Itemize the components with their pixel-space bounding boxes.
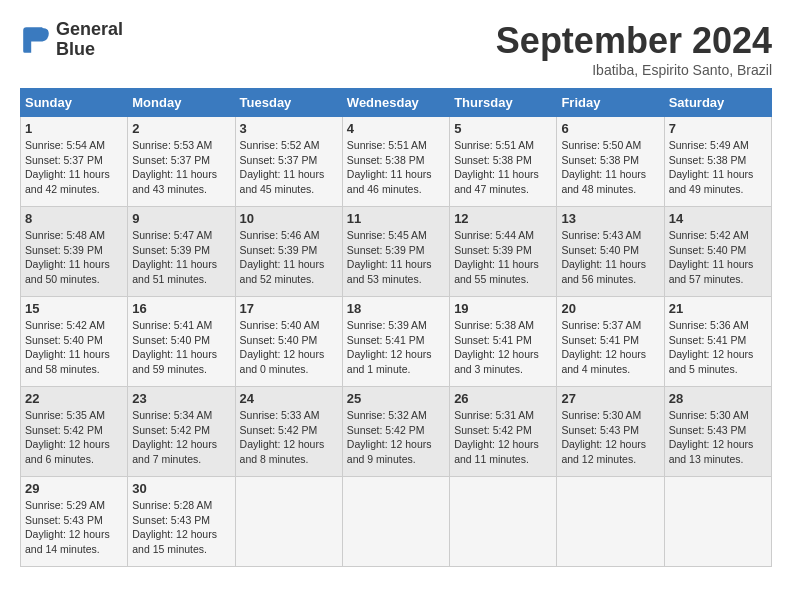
calendar-cell: 23Sunrise: 5:34 AMSunset: 5:42 PMDayligh… — [128, 387, 235, 477]
day-detail: Sunrise: 5:30 AMSunset: 5:43 PMDaylight:… — [669, 408, 767, 467]
day-number: 27 — [561, 391, 659, 406]
calendar-cell: 9Sunrise: 5:47 AMSunset: 5:39 PMDaylight… — [128, 207, 235, 297]
calendar-cell: 10Sunrise: 5:46 AMSunset: 5:39 PMDayligh… — [235, 207, 342, 297]
calendar-cell: 16Sunrise: 5:41 AMSunset: 5:40 PMDayligh… — [128, 297, 235, 387]
day-detail: Sunrise: 5:35 AMSunset: 5:42 PMDaylight:… — [25, 408, 123, 467]
day-detail: Sunrise: 5:51 AMSunset: 5:38 PMDaylight:… — [347, 138, 445, 197]
day-number: 6 — [561, 121, 659, 136]
calendar-cell — [450, 477, 557, 567]
day-number: 30 — [132, 481, 230, 496]
calendar-cell: 11Sunrise: 5:45 AMSunset: 5:39 PMDayligh… — [342, 207, 449, 297]
calendar-week-row: 1Sunrise: 5:54 AMSunset: 5:37 PMDaylight… — [21, 117, 772, 207]
day-number: 24 — [240, 391, 338, 406]
day-detail: Sunrise: 5:52 AMSunset: 5:37 PMDaylight:… — [240, 138, 338, 197]
day-number: 20 — [561, 301, 659, 316]
calendar-cell: 28Sunrise: 5:30 AMSunset: 5:43 PMDayligh… — [664, 387, 771, 477]
day-detail: Sunrise: 5:42 AMSunset: 5:40 PMDaylight:… — [669, 228, 767, 287]
calendar-cell — [342, 477, 449, 567]
calendar-cell: 22Sunrise: 5:35 AMSunset: 5:42 PMDayligh… — [21, 387, 128, 477]
day-number: 15 — [25, 301, 123, 316]
calendar-cell — [235, 477, 342, 567]
day-number: 16 — [132, 301, 230, 316]
day-detail: Sunrise: 5:36 AMSunset: 5:41 PMDaylight:… — [669, 318, 767, 377]
day-detail: Sunrise: 5:33 AMSunset: 5:42 PMDaylight:… — [240, 408, 338, 467]
calendar-cell: 30Sunrise: 5:28 AMSunset: 5:43 PMDayligh… — [128, 477, 235, 567]
calendar-cell — [557, 477, 664, 567]
calendar-week-row: 22Sunrise: 5:35 AMSunset: 5:42 PMDayligh… — [21, 387, 772, 477]
day-detail: Sunrise: 5:43 AMSunset: 5:40 PMDaylight:… — [561, 228, 659, 287]
day-number: 22 — [25, 391, 123, 406]
calendar-cell: 4Sunrise: 5:51 AMSunset: 5:38 PMDaylight… — [342, 117, 449, 207]
calendar-cell: 6Sunrise: 5:50 AMSunset: 5:38 PMDaylight… — [557, 117, 664, 207]
calendar-cell: 5Sunrise: 5:51 AMSunset: 5:38 PMDaylight… — [450, 117, 557, 207]
day-detail: Sunrise: 5:45 AMSunset: 5:39 PMDaylight:… — [347, 228, 445, 287]
calendar-cell: 21Sunrise: 5:36 AMSunset: 5:41 PMDayligh… — [664, 297, 771, 387]
day-number: 23 — [132, 391, 230, 406]
logo: General Blue — [20, 20, 123, 60]
day-number: 17 — [240, 301, 338, 316]
day-number: 9 — [132, 211, 230, 226]
month-title: September 2024 — [496, 20, 772, 62]
calendar-header-row: SundayMondayTuesdayWednesdayThursdayFrid… — [21, 89, 772, 117]
day-detail: Sunrise: 5:28 AMSunset: 5:43 PMDaylight:… — [132, 498, 230, 557]
calendar-cell: 24Sunrise: 5:33 AMSunset: 5:42 PMDayligh… — [235, 387, 342, 477]
day-number: 3 — [240, 121, 338, 136]
day-detail: Sunrise: 5:48 AMSunset: 5:39 PMDaylight:… — [25, 228, 123, 287]
calendar-cell: 27Sunrise: 5:30 AMSunset: 5:43 PMDayligh… — [557, 387, 664, 477]
calendar-cell: 13Sunrise: 5:43 AMSunset: 5:40 PMDayligh… — [557, 207, 664, 297]
day-detail: Sunrise: 5:31 AMSunset: 5:42 PMDaylight:… — [454, 408, 552, 467]
day-number: 1 — [25, 121, 123, 136]
day-detail: Sunrise: 5:34 AMSunset: 5:42 PMDaylight:… — [132, 408, 230, 467]
day-number: 11 — [347, 211, 445, 226]
day-detail: Sunrise: 5:42 AMSunset: 5:40 PMDaylight:… — [25, 318, 123, 377]
weekday-header: Tuesday — [235, 89, 342, 117]
calendar-week-row: 8Sunrise: 5:48 AMSunset: 5:39 PMDaylight… — [21, 207, 772, 297]
day-detail: Sunrise: 5:50 AMSunset: 5:38 PMDaylight:… — [561, 138, 659, 197]
day-detail: Sunrise: 5:30 AMSunset: 5:43 PMDaylight:… — [561, 408, 659, 467]
calendar-cell: 3Sunrise: 5:52 AMSunset: 5:37 PMDaylight… — [235, 117, 342, 207]
day-detail: Sunrise: 5:41 AMSunset: 5:40 PMDaylight:… — [132, 318, 230, 377]
day-detail: Sunrise: 5:51 AMSunset: 5:38 PMDaylight:… — [454, 138, 552, 197]
weekday-header: Thursday — [450, 89, 557, 117]
day-number: 12 — [454, 211, 552, 226]
day-detail: Sunrise: 5:29 AMSunset: 5:43 PMDaylight:… — [25, 498, 123, 557]
day-number: 8 — [25, 211, 123, 226]
day-number: 26 — [454, 391, 552, 406]
calendar-week-row: 29Sunrise: 5:29 AMSunset: 5:43 PMDayligh… — [21, 477, 772, 567]
location: Ibatiba, Espirito Santo, Brazil — [496, 62, 772, 78]
day-number: 21 — [669, 301, 767, 316]
calendar-cell: 26Sunrise: 5:31 AMSunset: 5:42 PMDayligh… — [450, 387, 557, 477]
day-number: 29 — [25, 481, 123, 496]
calendar-week-row: 15Sunrise: 5:42 AMSunset: 5:40 PMDayligh… — [21, 297, 772, 387]
calendar-cell: 1Sunrise: 5:54 AMSunset: 5:37 PMDaylight… — [21, 117, 128, 207]
calendar-cell: 19Sunrise: 5:38 AMSunset: 5:41 PMDayligh… — [450, 297, 557, 387]
logo-icon — [20, 24, 52, 56]
weekday-header: Sunday — [21, 89, 128, 117]
weekday-header: Friday — [557, 89, 664, 117]
day-detail: Sunrise: 5:53 AMSunset: 5:37 PMDaylight:… — [132, 138, 230, 197]
day-number: 14 — [669, 211, 767, 226]
calendar-cell: 12Sunrise: 5:44 AMSunset: 5:39 PMDayligh… — [450, 207, 557, 297]
logo-line1: General — [56, 20, 123, 40]
calendar-cell: 17Sunrise: 5:40 AMSunset: 5:40 PMDayligh… — [235, 297, 342, 387]
day-detail: Sunrise: 5:32 AMSunset: 5:42 PMDaylight:… — [347, 408, 445, 467]
day-number: 13 — [561, 211, 659, 226]
day-detail: Sunrise: 5:49 AMSunset: 5:38 PMDaylight:… — [669, 138, 767, 197]
day-detail: Sunrise: 5:44 AMSunset: 5:39 PMDaylight:… — [454, 228, 552, 287]
day-number: 4 — [347, 121, 445, 136]
calendar-cell: 2Sunrise: 5:53 AMSunset: 5:37 PMDaylight… — [128, 117, 235, 207]
weekday-header: Saturday — [664, 89, 771, 117]
calendar-cell: 7Sunrise: 5:49 AMSunset: 5:38 PMDaylight… — [664, 117, 771, 207]
calendar-cell: 18Sunrise: 5:39 AMSunset: 5:41 PMDayligh… — [342, 297, 449, 387]
logo-line2: Blue — [56, 40, 123, 60]
calendar-table: SundayMondayTuesdayWednesdayThursdayFrid… — [20, 88, 772, 567]
day-detail: Sunrise: 5:46 AMSunset: 5:39 PMDaylight:… — [240, 228, 338, 287]
calendar-cell: 20Sunrise: 5:37 AMSunset: 5:41 PMDayligh… — [557, 297, 664, 387]
calendar-cell: 25Sunrise: 5:32 AMSunset: 5:42 PMDayligh… — [342, 387, 449, 477]
day-number: 25 — [347, 391, 445, 406]
day-detail: Sunrise: 5:54 AMSunset: 5:37 PMDaylight:… — [25, 138, 123, 197]
weekday-header: Wednesday — [342, 89, 449, 117]
day-detail: Sunrise: 5:37 AMSunset: 5:41 PMDaylight:… — [561, 318, 659, 377]
day-number: 18 — [347, 301, 445, 316]
day-number: 19 — [454, 301, 552, 316]
